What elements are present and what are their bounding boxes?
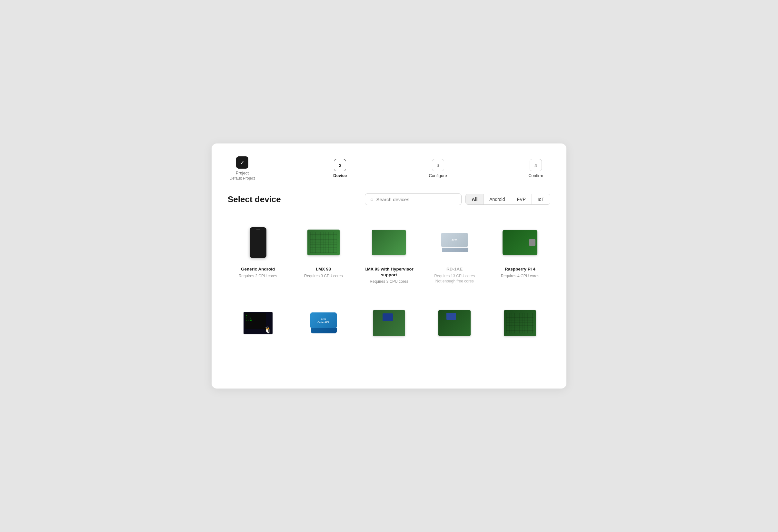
device-name-rpi4: Raspberry Pi 4	[505, 266, 535, 272]
step-configure-circle: 3	[432, 159, 444, 171]
device-cores-imx93-hypervisor: Requires 3 CPU cores	[370, 279, 408, 284]
rpi-icon	[502, 230, 537, 255]
device-cores-rpi4: Requires 4 CPU cores	[501, 273, 539, 279]
device-card-board-screen-2[interactable]	[424, 297, 485, 362]
device-grid-row2: 🐧 arm Cortex R52	[228, 297, 550, 362]
device-img-rpi4	[494, 223, 546, 262]
step-device-label: Device	[333, 173, 347, 178]
step-configure: 3 Configure	[423, 159, 453, 178]
search-box[interactable]: ⌕	[365, 193, 462, 205]
device-card-board-screen-3[interactable]	[490, 297, 550, 362]
main-modal: ✓ Project Default Project 2 Device 3 Con…	[212, 144, 566, 388]
filter-iot-button[interactable]: IoT	[532, 194, 550, 204]
step-project-sublabel: Default Project	[230, 176, 255, 181]
device-card-rpi4[interactable]: Raspberry Pi 4 Requires 4 CPU cores	[490, 217, 550, 289]
arm-cortex-top: arm Cortex R52	[310, 313, 337, 329]
header-row: Select device ⌕ All Android FVP IoT	[228, 193, 550, 205]
step-device-number: 2	[339, 163, 341, 168]
board-screen-icon-2	[438, 310, 471, 336]
board-screen-icon-1	[373, 310, 405, 336]
device-card-rd-1ae: arm RD-1AE Requires 13 CPU coresNot enou…	[424, 217, 485, 289]
device-card-generic-android[interactable]: Generic Android Requires 2 CPU cores	[228, 217, 288, 289]
device-name-imx93-hypervisor: i.MX 93 with Hypervisor support	[363, 266, 415, 278]
linux-icon: 🐧	[243, 312, 273, 334]
arm-chip-top: arm	[441, 233, 468, 247]
device-img-linux: 🐧	[232, 304, 284, 342]
step-device: 2 Device	[325, 159, 355, 178]
step-device-circle: 2	[334, 159, 346, 171]
board-icon-imx93-hypervisor	[372, 230, 406, 255]
search-input[interactable]	[376, 197, 456, 202]
filter-all-button[interactable]: All	[466, 194, 483, 204]
arm-cortex-label-model: Cortex R52	[317, 321, 329, 324]
device-card-arm-cortex-r52[interactable]: arm Cortex R52	[293, 297, 354, 362]
stepper: ✓ Project Default Project 2 Device 3 Con…	[228, 156, 550, 181]
device-cores-generic-android: Requires 2 CPU cores	[239, 273, 277, 279]
device-card-imx93-hypervisor[interactable]: i.MX 93 with Hypervisor support Requires…	[359, 217, 419, 289]
step-confirm: 4 Confirm	[521, 159, 550, 178]
step-line-1	[259, 164, 323, 164]
device-img-board-screen-1	[363, 304, 415, 342]
step-confirm-number: 4	[535, 163, 537, 168]
filter-group: All Android FVP IoT	[465, 194, 550, 205]
linux-screen	[245, 313, 266, 329]
arm-cortex-icon: arm Cortex R52	[310, 313, 337, 333]
step-project: ✓ Project Default Project	[228, 156, 257, 181]
header-controls: ⌕ All Android FVP IoT	[365, 193, 550, 205]
arm-cortex-shadow	[311, 328, 337, 333]
arm-chip-shadow	[442, 248, 468, 252]
step-project-check: ✓	[240, 159, 244, 166]
device-grid-row1: Generic Android Requires 2 CPU cores i.M…	[228, 217, 550, 289]
device-img-arm-cortex: arm Cortex R52	[297, 304, 349, 342]
device-name-generic-android: Generic Android	[241, 266, 275, 272]
step-line-2	[357, 164, 420, 164]
device-card-imx93[interactable]: i.MX 93 Requires 3 CPU cores	[293, 217, 354, 289]
device-card-board-screen-1[interactable]	[359, 297, 419, 362]
step-configure-number: 3	[437, 163, 439, 168]
step-confirm-label: Confirm	[528, 173, 543, 178]
device-img-imx93-hypervisor	[363, 223, 415, 262]
page-title: Select device	[228, 194, 281, 204]
board-screen-icon-3	[504, 310, 536, 336]
device-img-imx93	[297, 223, 349, 262]
search-icon: ⌕	[370, 196, 374, 202]
device-img-board-screen-3	[494, 304, 546, 342]
device-cores-rd-1ae: Requires 13 CPU coresNot enough free cor…	[434, 273, 475, 284]
device-img-rd-1ae: arm	[429, 223, 481, 262]
filter-fvp-button[interactable]: FVP	[511, 194, 532, 204]
board-icon-imx93	[307, 230, 340, 255]
device-img-generic-android	[232, 223, 284, 262]
device-name-imx93: i.MX 93	[316, 266, 331, 272]
device-card-linux[interactable]: 🐧	[228, 297, 288, 362]
step-confirm-circle: 4	[530, 159, 542, 171]
step-project-circle: ✓	[236, 156, 248, 169]
filter-android-button[interactable]: Android	[483, 194, 511, 204]
step-project-label: Project	[236, 171, 249, 175]
arm-chip-icon: arm	[441, 233, 468, 252]
phone-icon	[250, 227, 266, 258]
arm-cortex-label-arm: arm	[321, 318, 326, 321]
device-name-rd-1ae: RD-1AE	[447, 266, 463, 272]
device-cores-imx93: Requires 3 CPU cores	[304, 273, 342, 279]
step-line-3	[455, 164, 519, 164]
device-img-board-screen-2	[429, 304, 481, 342]
tux-icon: 🐧	[264, 326, 272, 334]
step-configure-label: Configure	[429, 173, 447, 178]
